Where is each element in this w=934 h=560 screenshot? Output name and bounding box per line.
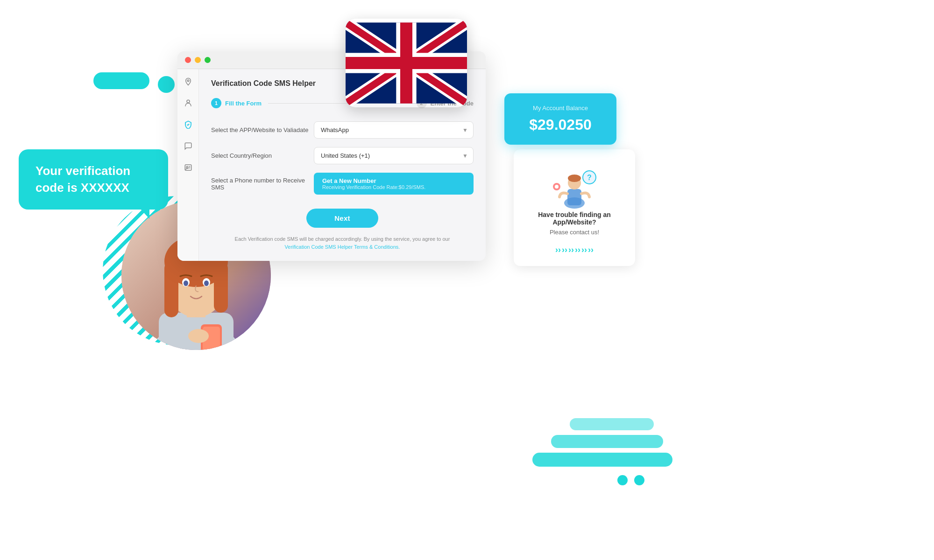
app-form-row: Select the APP/Website to Valiadate What… [211,121,474,139]
chevron-icon: ›› [588,245,594,255]
svg-rect-10 [567,189,581,205]
phone-form-row: Select a Phone number to Receive SMS Get… [211,173,474,195]
svg-point-16 [555,185,559,189]
phone-btn-control: Get a New Number Receiving Verification … [314,173,474,195]
next-btn-wrap: Next [211,209,474,228]
chevron-icon: ›› [568,245,574,255]
svg-rect-8 [346,57,467,69]
phone-btn-subtitle: Receiving Verification Code Rate:$0.29/S… [322,184,465,190]
svg-point-33 [187,100,190,103]
sidebar-icon-contact[interactable] [182,161,194,174]
cyan-dots-decoration [617,475,644,485]
terms-link[interactable]: Verification Code SMS Helper Terms & Con… [285,244,400,250]
help-card: ? Have trouble finding an App/Website? P… [514,149,635,266]
svg-point-27 [184,280,188,286]
window-dot-green[interactable] [205,57,211,63]
sidebar-icon-location[interactable] [182,76,194,88]
balance-card: My Account Balance $29.0250 [504,93,616,145]
svg-point-28 [204,280,209,286]
balance-label: My Account Balance [514,105,607,112]
chevron-icon: ›› [575,245,580,255]
terms-text: Each Verification code SMS will be charg… [211,235,474,251]
cyan-shape-decoration [551,435,663,448]
next-button[interactable]: Next [306,209,378,228]
uk-flag [346,19,467,107]
app-sidebar [177,69,199,261]
step-1-circle: 1 [211,98,221,108]
cyan-dot-decoration [158,76,175,93]
svg-rect-24 [214,261,228,313]
cyan-pill-decoration [93,72,149,89]
svg-rect-23 [164,261,178,317]
country-form-row: Select Country/Region United States (+1)… [211,147,474,164]
chevron-icon: ›› [562,245,567,255]
app-select[interactable]: WhatsApp Telegram Facebook [314,121,474,139]
terms-description: Each Verification code SMS will be charg… [235,236,450,242]
chevron-icon: ›› [581,245,587,255]
sidebar-icon-person[interactable] [182,97,194,109]
speech-bubble-text: Your verification code is XXXXXX [35,164,130,195]
window-dot-red[interactable] [185,57,191,63]
svg-point-31 [188,329,209,343]
help-illustration: ? [546,163,602,205]
svg-point-12 [568,175,581,182]
help-card-subtitle: Please contact us! [523,229,626,236]
country-select[interactable]: United States (+1) United Kingdom (+44) … [314,147,474,164]
phone-label: Select a Phone number to Receive SMS [211,177,314,191]
cyan-shape-decoration [532,453,672,467]
country-label: Select Country/Region [211,152,314,159]
app-select-control: WhatsApp Telegram Facebook ▼ [314,121,474,139]
window-dot-yellow[interactable] [195,57,201,63]
chevron-icon: ›› [555,245,561,255]
step-1: 1 Fill the Form [211,98,262,108]
country-select-control: United States (+1) United Kingdom (+44) … [314,147,474,164]
speech-bubble: Your verification code is XXXXXX [19,149,168,210]
sidebar-icon-chat[interactable] [182,140,194,152]
app-label: Select the APP/Website to Valiadate [211,126,314,133]
svg-point-32 [187,80,189,82]
chevrons-row: ›› ›› ›› ›› ›› ›› [523,245,626,255]
cyan-shape-decoration [570,418,654,430]
svg-text:?: ? [587,174,592,182]
step-1-label: Fill the Form [225,100,262,107]
sidebar-icon-shield[interactable] [182,119,194,131]
balance-amount: $29.0250 [514,116,607,133]
help-card-title: Have trouble finding an App/Website? [523,211,626,226]
svg-point-35 [186,166,188,168]
cyan-dot-small [617,475,628,485]
get-new-number-button[interactable]: Get a New Number Receiving Verification … [314,173,474,195]
cyan-dot-small [634,475,644,485]
phone-btn-title: Get a New Number [322,177,465,184]
